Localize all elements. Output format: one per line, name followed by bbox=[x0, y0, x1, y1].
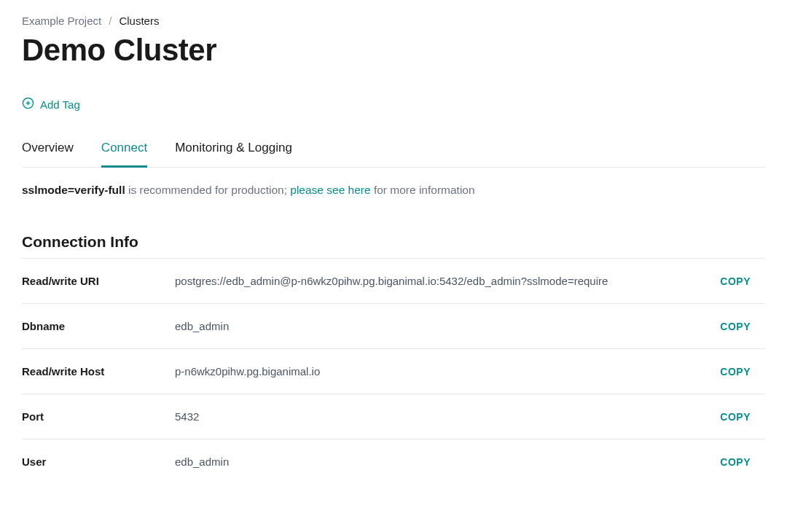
copy-button[interactable]: COPY bbox=[720, 366, 765, 378]
notice-link[interactable]: please see here bbox=[290, 184, 370, 196]
info-row-dbname: Dbname edb_admin COPY bbox=[22, 303, 765, 348]
info-value: 5432 bbox=[175, 410, 720, 423]
breadcrumb-current[interactable]: Clusters bbox=[119, 15, 159, 27]
tab-monitoring[interactable]: Monitoring & Logging bbox=[175, 141, 292, 168]
copy-button[interactable]: COPY bbox=[720, 275, 765, 287]
breadcrumb-project[interactable]: Example Project bbox=[22, 15, 101, 27]
sslmode-notice: sslmode=verify-full is recommended for p… bbox=[22, 184, 765, 197]
section-title-connection-info: Connection Info bbox=[22, 233, 765, 251]
info-value: p-n6wkz0pihw.pg.biganimal.io bbox=[175, 365, 720, 378]
add-tag-label: Add Tag bbox=[40, 98, 80, 111]
add-tag-button[interactable]: Add Tag bbox=[22, 97, 80, 112]
connection-info-table: Read/write URI postgres://edb_admin@p-n6… bbox=[22, 258, 765, 484]
info-row-port: Port 5432 COPY bbox=[22, 394, 765, 439]
notice-bold: sslmode=verify-full bbox=[22, 184, 125, 196]
info-label: Read/write Host bbox=[22, 365, 175, 378]
info-label: Port bbox=[22, 410, 175, 423]
info-value: edb_admin bbox=[175, 320, 720, 332]
notice-tail: for more information bbox=[371, 184, 475, 196]
info-row-uri: Read/write URI postgres://edb_admin@p-n6… bbox=[22, 258, 765, 303]
tab-overview[interactable]: Overview bbox=[22, 141, 74, 168]
breadcrumb-separator: / bbox=[109, 15, 111, 27]
copy-button[interactable]: COPY bbox=[720, 456, 765, 468]
tabs: Overview Connect Monitoring & Logging bbox=[22, 141, 765, 168]
info-label: User bbox=[22, 455, 175, 468]
info-row-user: User edb_admin COPY bbox=[22, 439, 765, 484]
copy-button[interactable]: COPY bbox=[720, 321, 765, 332]
copy-button[interactable]: COPY bbox=[720, 411, 765, 423]
info-row-host: Read/write Host p-n6wkz0pihw.pg.biganima… bbox=[22, 348, 765, 394]
plus-circle-icon bbox=[22, 97, 34, 112]
info-label: Read/write URI bbox=[22, 275, 175, 287]
info-label: Dbname bbox=[22, 320, 175, 332]
page-title: Demo Cluster bbox=[22, 33, 765, 68]
tab-connect[interactable]: Connect bbox=[101, 141, 147, 168]
info-value: postgres://edb_admin@p-n6wkz0pihw.pg.big… bbox=[175, 275, 720, 287]
notice-mid: is recommended for production; bbox=[125, 184, 291, 196]
breadcrumb: Example Project / Clusters bbox=[22, 15, 765, 27]
info-value: edb_admin bbox=[175, 455, 720, 468]
